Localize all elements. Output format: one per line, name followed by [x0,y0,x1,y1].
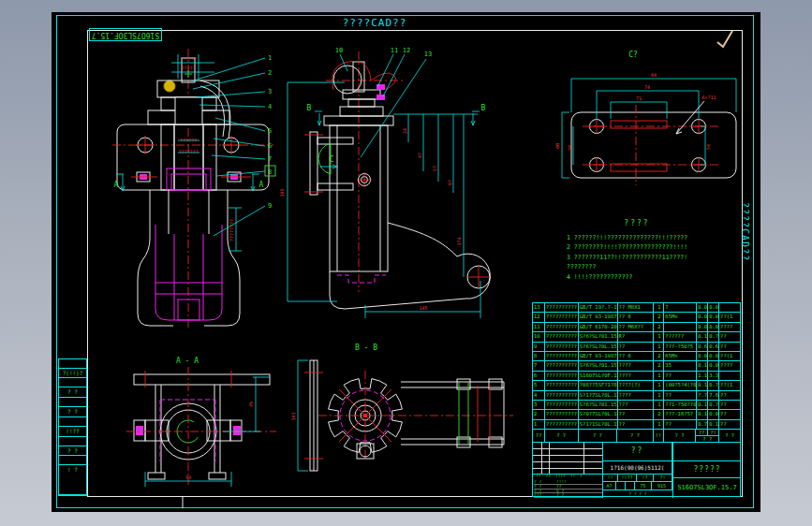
bom-code: ?????????? [545,420,579,429]
bom-spec: S?6?SL?0L.15.5-4 [579,343,618,351]
left-margin-column: ?(!!)?? ?? ?!!??? ?! ? [58,358,87,496]
sheet-count-row: ? ? ? ? [603,490,672,498]
bom-name: ???? [618,372,655,380]
bom-material: ??1-?50??0? [664,401,697,409]
margin-cell [59,378,86,387]
bom-material [664,323,697,331]
bom-code: ?????????? [545,352,579,360]
bom-spec: S?6?SL?01.15.?5-3 [579,361,618,370]
part-number: 6 [268,142,272,150]
bom-weight-total: 7.67 [708,391,719,400]
note-line: 4 !!!!???????????? [567,272,707,283]
bom-remark: ?? [719,391,740,400]
bom-weight-total: 3.3 [708,372,719,380]
view-c-label: C [330,155,334,164]
bom-row: 10 ?????????? S?6?SL?01.15.?5-6 R? 1 ???… [533,332,740,342]
drawing-number-cell: S16O7SL3OF.15.7 [673,478,741,498]
bom-code: ?????????? [545,381,579,389]
margin-cell: ? ? [59,387,86,398]
section-aa-title: A - A [176,357,199,365]
dim-leader-text: 6×?11 [701,95,716,100]
sheet-right-margin-title: ????CAD?? [740,202,750,261]
dim-text: ???????? [229,219,234,241]
part-number: 5 [268,127,272,135]
bom-remark [719,372,740,380]
bom-material: ?????? [664,332,697,341]
material-code-cell: 1?16(90(96)5112( [603,461,672,475]
bom-spec: S?1?1SL?0L.15.?5.1 [579,420,618,429]
bom-code: ?????????? [545,410,579,418]
bom-row: 9 ?????????? S?6?SL?0L.15.5-4 ?? 1 ???-?… [533,343,740,352]
margin-cell [59,359,86,369]
bom-no: 7 [533,361,545,370]
dim-text: ?????? [180,56,197,62]
corner-code-box: S16O7SL3OF.15.7 [89,28,162,41]
cad-viewer-window: 1 2 3 4 5 6 7 8 9 A A ?????? ????? ?????… [0,0,812,526]
bom-no: 8 [533,352,545,360]
revision-header-row: !!?? ????!! ? [534,474,602,480]
part-number: 1 [268,54,272,62]
note-line: ???????? [567,262,707,272]
bom-code: ?????????? [545,343,579,351]
margin-cell: !!?? [59,427,86,437]
part-number: 2 [268,69,272,77]
margin-cell [59,437,86,446]
bom-row: 1 ?????????? S?1?1SL?0L.15.?5.1 ?? 1 ?? … [533,420,740,430]
bom-code: ?????????? [545,323,579,331]
bom-weight-total: 0.?5 [708,381,719,389]
signature-row: ??? ? ? [534,493,602,498]
bom-code: ?????????? [545,401,579,409]
dim-text: ????? [181,66,195,71]
bom-weight-each: 0.01 [697,303,708,312]
part-number: 9 [268,202,272,210]
note-line: 3 ???????11??!!???????????11????! [567,253,707,263]
bom-no: 1 [533,420,545,429]
bom-remark: ??(1 [719,313,740,321]
bom-code: ?????????? [545,303,579,312]
section-b-label: B [307,104,312,112]
bom-spec: GB/T 19?.?-1995 [579,303,618,312]
bom-spec: S?6?SL?01.15.?5-2 [579,401,618,409]
bom-row: 13 ?????????? GB/T 19?.?-1995 ?? M8X1 1 … [533,303,740,313]
note-line: 2 ????????!!!!???????????????!!!! [567,242,707,253]
bom-qty: 1 [654,420,664,429]
bom-name: ?? M8X1 [618,303,655,312]
bom-no: 6 [533,372,545,380]
part-name-cell: ?? [603,443,672,461]
dim-text: 54 [705,144,711,150]
bom-weight-each: 0.6 [697,343,708,351]
signature-value: ? ? [556,493,564,497]
dim-text: 24 [402,128,407,134]
bom-spec: ?08??5SF?1?8?1 [579,381,618,389]
bom-no: 2 [533,410,545,418]
bom-remark [719,303,740,312]
bom-name: ???? [618,361,655,370]
bom-name: ?? [618,420,655,429]
bom-weight-total: 0.0? [708,361,719,370]
bom-weight-each: 0.7? [697,420,708,429]
bom-table: 13 ?????????? GB/T 19?.?-1995 ?? M8X1 1 … [532,302,741,444]
bom-row: 2 ?????????? S?0?7SL?0L.15.?5-1 ?? 2 ???… [533,410,740,419]
part-number: 12 [403,47,410,54]
bom-qty: 2 [654,410,664,418]
bom-no: 5 [533,381,545,389]
part-number: 13 [424,51,432,58]
bom-no: 13 [533,303,545,312]
bom-qty: 1 [654,401,664,409]
bom-material: 65Mn [664,313,697,321]
margin-cell: ! ? [59,465,86,494]
bom-weight-each: ?.?1 [697,391,708,400]
dim-text: 34 [567,145,572,151]
bom-material: ?? [664,391,697,400]
bom-code: ?????????? [545,361,579,370]
bom-no: 4 [533,391,545,400]
section-b-label: B [481,104,486,112]
bom-spec: S?0?7SL?0L.15.?5-1 [579,410,618,418]
signature-label: ? ? [534,485,556,489]
bom-material: 35 [664,361,697,370]
bom-name: R? [618,332,655,341]
bom-no: 10 [533,332,545,341]
scale-row: A? 75 915 [603,482,672,490]
bom-spec: S16O7SL?0F.15.?1 [579,372,618,380]
dim-text: 71 [636,95,642,101]
